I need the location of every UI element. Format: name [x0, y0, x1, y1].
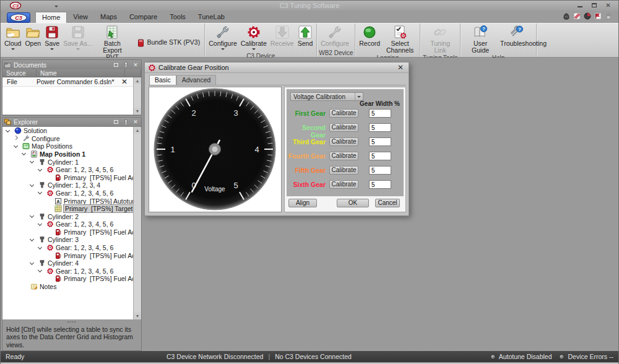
tree-item-gear-1-2-3-4-5-6[interactable]: Gear: 1, 2, 3, 4, 5, 6 [2, 189, 141, 197]
help-troubleshooting-button[interactable]: ?Troubleshooting [498, 24, 534, 47]
file-cloud-button[interactable]: Cloud [2, 24, 23, 52]
pin-icon[interactable] [122, 61, 129, 68]
maximize-button[interactable] [589, 1, 599, 9]
logging-record-button[interactable]: Record [357, 24, 382, 47]
minimize-button[interactable] [574, 1, 585, 9]
tree-item-solution[interactable]: Solution [2, 127, 141, 135]
calibrate-fourth-gear-button[interactable]: Calibrate [329, 152, 358, 160]
file-save-button[interactable]: Save [43, 24, 61, 52]
tree-item-cylinder-1[interactable]: Cylinder: 1 [2, 158, 141, 166]
file-batch-export-pvt-button[interactable]: Batch Export PVT [94, 24, 130, 61]
calibrate-sixth-gear-button[interactable]: Calibrate [329, 180, 358, 189]
scroll-down-icon[interactable]: ▼ [134, 313, 141, 319]
tree-item-primary-tps-target-air-fuel-afr[interactable]: Primary [TPS%] Target Air/Fuel (AFR) [2, 205, 141, 213]
collapse-icon[interactable] [6, 128, 10, 132]
device-errors-status[interactable]: Device Errors -- [559, 353, 613, 360]
expand-icon[interactable] [14, 136, 18, 140]
gear-width-input-6[interactable] [369, 180, 391, 189]
close-button[interactable]: ✕ [603, 1, 613, 9]
tree-item-primary-tps-fuel-adj[interactable]: Primary [TPS%] Fuel Adj (%) [2, 251, 141, 259]
tree-item-map-positions[interactable]: Map Positions [2, 142, 141, 150]
gear-width-input-3[interactable] [369, 137, 391, 146]
chevron-down-icon[interactable] [76, 48, 80, 52]
collapse-icon[interactable] [14, 144, 18, 148]
remove-document-icon[interactable]: ✕ [121, 77, 128, 86]
dialog-close-icon[interactable]: ✕ [396, 63, 405, 72]
tree-item-primary-tps-fuel-adj[interactable]: Primary [TPS%] Fuel Adj (%) [2, 173, 141, 181]
calibrate-first-gear-button[interactable]: Calibrate [329, 109, 358, 118]
tab-home[interactable]: Home [35, 12, 67, 23]
tab-tools[interactable]: Tools [163, 12, 192, 23]
calibrate-fifth-gear-button[interactable]: Calibrate [329, 166, 358, 175]
tree-item-cylinder-2[interactable]: Cylinder: 2 [2, 212, 141, 220]
collapse-icon[interactable] [38, 268, 42, 272]
collapse-icon[interactable] [30, 261, 34, 265]
tree-item-primary-tps-fuel-adj[interactable]: Primary [TPS%] Fuel Adj (%) [2, 275, 141, 283]
column-source[interactable]: Source [2, 69, 37, 77]
tab-view[interactable]: View [67, 12, 94, 23]
collapse-icon[interactable] [38, 167, 42, 171]
scroll-up-icon[interactable]: ▲ [134, 127, 141, 134]
calibrate-third-gear-button[interactable]: Calibrate [329, 137, 358, 146]
tab-basic[interactable]: Basic [149, 75, 176, 85]
gear-width-input-5[interactable] [369, 166, 391, 175]
tree-item-gear-1-2-3-4-5-6[interactable]: Gear: 1, 2, 3, 4, 5, 6 [2, 267, 141, 275]
collapse-icon[interactable] [30, 214, 34, 218]
tree-item-gear-1-2-3-4-5-6[interactable]: Gear: 1, 2, 3, 4, 5, 6 [2, 244, 141, 252]
chevron-down-icon[interactable] [355, 93, 363, 100]
tree-item-notes[interactable]: Notes [2, 283, 141, 291]
tree-item-cylinder-3[interactable]: Cylinder: 3 [2, 236, 141, 244]
collapse-icon[interactable] [22, 151, 26, 155]
stripes-card-icon[interactable] [573, 12, 581, 20]
lock-icon[interactable] [605, 12, 612, 20]
calibrate-second-gear-button[interactable]: Calibrate [329, 123, 358, 132]
tab-advanced[interactable]: Advanced [176, 75, 217, 85]
collapse-icon[interactable] [38, 190, 42, 194]
file-open-button[interactable]: Open [23, 24, 43, 47]
scroll-down-icon[interactable]: ▼ [134, 108, 141, 115]
autotune-status[interactable]: Autotune Disabled [490, 353, 552, 360]
gear-width-input-1[interactable] [369, 109, 391, 118]
column-name[interactable]: Name [37, 69, 125, 77]
c3-device-calibrate-button[interactable]: Calibrate [239, 24, 269, 52]
restore-icon[interactable] [112, 61, 119, 68]
close-icon[interactable]: ✕ [132, 61, 139, 68]
ok-button[interactable]: OK [337, 199, 369, 207]
chevron-down-icon[interactable] [11, 48, 15, 52]
tab-maps[interactable]: Maps [94, 12, 123, 23]
tree-item-primary-tps-fuel-adj[interactable]: Primary [TPS%] Fuel Adj (%) [2, 228, 141, 236]
collapse-icon[interactable] [30, 183, 34, 187]
scroll-up-icon[interactable]: ▲ [134, 77, 141, 84]
application-menu-button[interactable]: C3 [7, 12, 30, 23]
documents-scrollbar[interactable]: ▲ ▼ [133, 77, 141, 115]
cancel-button[interactable]: Cancel [375, 199, 400, 207]
calibration-mode-select[interactable]: Voltage Calibration [290, 92, 363, 101]
align-button[interactable]: Align [288, 199, 317, 207]
tree-item-primary-tps-autotune-trim[interactable]: APrimary [TPS%] Autotune Trim (%) [2, 197, 141, 205]
collapse-icon[interactable] [30, 159, 34, 163]
close-icon[interactable]: ✕ [132, 119, 139, 126]
tree-item-cylinder-4[interactable]: Cylinder: 4 [2, 259, 141, 267]
helmet-icon[interactable] [563, 12, 570, 20]
chevron-down-icon[interactable] [50, 48, 54, 52]
tree-item-gear-1-2-3-4-5-6[interactable]: Gear: 1, 2, 3, 4, 5, 6 [2, 166, 141, 174]
help-user-guide-button[interactable]: ?User Guide [462, 24, 498, 54]
explorer-scrollbar[interactable]: ▲ ▼ [133, 127, 141, 319]
pin-icon[interactable] [122, 119, 129, 126]
tree-item-map-position-1[interactable]: Map Position 1 [2, 150, 141, 158]
restore-icon[interactable] [112, 119, 119, 126]
collapse-icon[interactable] [38, 222, 42, 226]
tree-item-gear-1-2-3-4-5-6[interactable]: Gear: 1, 2, 3, 4, 5, 6 [2, 220, 141, 228]
gear-width-input-2[interactable] [369, 123, 391, 132]
document-row[interactable]: File Power Commander 6.dsln* ✕ [2, 77, 141, 87]
gear-width-input-4[interactable] [369, 152, 391, 160]
logging-select-channels-button[interactable]: Select Channels [382, 24, 418, 54]
tree-item-configure[interactable]: Configure [2, 134, 141, 142]
tree-item-cylinder-1-2-3-4[interactable]: Cylinder: 1, 2, 3, 4 [2, 181, 141, 189]
tab-compare[interactable]: Compare [123, 12, 163, 23]
tab-tunelab[interactable]: TuneLab [192, 12, 231, 23]
c3-device-send-button[interactable]: Send [296, 24, 315, 47]
panel-splitter-handle[interactable]: •••• [2, 319, 141, 324]
collapse-icon[interactable] [38, 245, 42, 249]
file-bundle-stk-pv3-button[interactable]: Bundle STK (PV3) [135, 37, 202, 48]
